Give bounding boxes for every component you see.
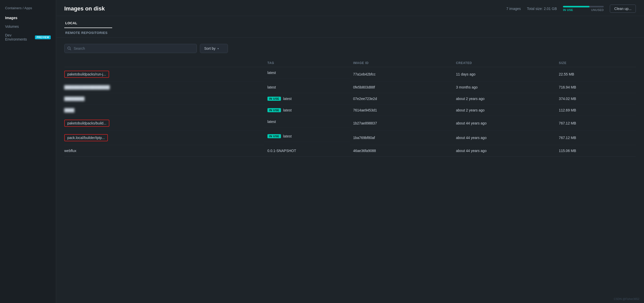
search-input[interactable] (64, 44, 197, 53)
table-header-row: TAGIMAGE IDCREATEDSIZE (64, 59, 636, 67)
tab-remote[interactable]: REMOTE REPOSITORIES (64, 28, 112, 38)
images-count: 7 images (506, 7, 521, 11)
usage-bar-labels: IN USE UNUSED (563, 8, 604, 11)
tag-value: latest (267, 71, 276, 75)
cell-tag: latest (264, 82, 350, 93)
cell-created: 11 days ago (453, 67, 556, 82)
image-name: webflux (64, 149, 76, 153)
col-header-0 (64, 59, 264, 67)
cell-created: about 44 years ago (453, 131, 556, 145)
table-row[interactable]: ██████████████████latest0fe5b803d88f3 mo… (64, 82, 636, 93)
table-row[interactable]: webflux0.0.1-SNAPSHOT46ae36fa9088about 4… (64, 145, 636, 157)
cell-image-id: 0fe5b803d88f (350, 82, 453, 93)
cell-tag: 0.0.1-SNAPSHOT (264, 145, 350, 157)
sidebar-item-images[interactable]: Images (0, 14, 56, 22)
table-row[interactable]: pack.local/builder/tptp...IN USElatest1b… (64, 131, 636, 145)
sidebar-item-label: Images (5, 16, 17, 20)
col-header-4: SIZE (556, 59, 636, 67)
tab-local[interactable]: LOCAL (64, 18, 112, 28)
label-in-use: IN USE (563, 8, 573, 11)
chevron-down-icon: ▾ (217, 47, 219, 50)
col-header-3: CREATED (453, 59, 556, 67)
cell-name: ██████████████████ (64, 82, 264, 93)
cell-image-id: 1b27ae898837 (350, 116, 453, 131)
cell-size: 716.94 MB (556, 82, 636, 93)
cell-tag: IN USElatest (264, 131, 350, 142)
sidebar: Containers / Apps ImagesVolumesDev Envir… (0, 0, 56, 303)
cell-size: 374.02 MB (556, 93, 636, 105)
cell-name: pack.local/builder/tptp... (64, 131, 264, 145)
tabs-bar: LOCALREMOTE REPOSITORIES (56, 18, 644, 38)
image-name: paketobuildpacks/run-j... (67, 72, 106, 76)
cell-image-id: 77a1eb42bfcc (350, 67, 453, 82)
image-name: paketobuildpacks/build... (67, 121, 106, 125)
cell-name: ████████ (64, 93, 264, 105)
in-use-badge: IN USE (267, 108, 281, 112)
cleanup-button[interactable]: Clean up... (610, 5, 636, 13)
page-title: Images on disk (64, 5, 500, 12)
table-row[interactable]: ████IN USElatest7614ae9453d1about 2 year… (64, 105, 636, 116)
col-header-1: TAG (264, 59, 350, 67)
image-name: ██████████████████ (64, 85, 110, 89)
label-unused: UNUSED (591, 8, 604, 11)
cell-name: webflux (64, 145, 264, 157)
cell-created: about 44 years ago (453, 116, 556, 131)
cell-tag: latest (264, 67, 350, 79)
search-sort-bar: Sort by ▾ (64, 44, 636, 53)
cell-created: about 44 years ago (453, 145, 556, 157)
cell-image-id: 46ae36fa9088 (350, 145, 453, 157)
usage-bar-fill (563, 6, 589, 7)
image-name: pack.local/builder/tptp... (67, 136, 105, 140)
header-meta: 7 images Total size: 2.01 GB IN USE UNUS… (506, 5, 636, 13)
tag-value: 0.0.1-SNAPSHOT (267, 149, 296, 153)
app-title: Containers / Apps (0, 5, 56, 14)
cell-image-id: 07e2ee723e2d (350, 93, 453, 105)
tag-value: latest (267, 85, 276, 89)
tag-value: latest (283, 97, 291, 101)
cell-size: 767.12 MB (556, 116, 636, 131)
cell-size: 115.06 MB (556, 145, 636, 157)
name-border-highlight: paketobuildpacks/build... (64, 120, 109, 127)
cell-created: about 2 years ago (453, 93, 556, 105)
tag-value: latest (283, 108, 291, 112)
cell-name: paketobuildpacks/build... (64, 116, 264, 131)
tag-value: latest (283, 134, 291, 138)
images-table: TAGIMAGE IDCREATEDSIZE paketobuildpacks/… (64, 59, 636, 157)
page-header: Images on disk 7 images Total size: 2.01… (56, 0, 644, 16)
sidebar-item-dev-environments[interactable]: Dev EnvironmentsPREVIEW (0, 31, 56, 44)
cell-image-id: 7614ae9453d1 (350, 105, 453, 116)
search-icon (67, 46, 71, 50)
image-name: ████ (64, 108, 74, 112)
table-row[interactable]: paketobuildpacks/run-j...latest77a1eb42b… (64, 67, 636, 82)
image-name: ████████ (64, 97, 84, 101)
cell-created: about 2 years ago (453, 105, 556, 116)
sidebar-item-label: Volumes (5, 24, 19, 29)
table-body: paketobuildpacks/run-j...latest77a1eb42b… (64, 67, 636, 157)
usage-bar: IN USE UNUSED (563, 6, 604, 11)
tag-value: latest (267, 120, 276, 124)
cell-tag: IN USElatest (264, 93, 350, 105)
sort-label: Sort by (204, 46, 215, 50)
search-wrap (64, 44, 197, 53)
cell-image-id: 1ba769bf80af (350, 131, 453, 145)
sidebar-item-volumes[interactable]: Volumes (0, 22, 56, 31)
sidebar-item-label: Dev Environments (5, 33, 33, 41)
table-row[interactable]: ████████IN USElatest07e2ee723e2dabout 2 … (64, 93, 636, 105)
cell-size: 22.55 MB (556, 67, 636, 82)
sort-button[interactable]: Sort by ▾ (200, 44, 228, 53)
name-border-highlight: paketobuildpacks/run-j... (64, 71, 109, 78)
in-use-badge: IN USE (267, 134, 281, 138)
table-header: TAGIMAGE IDCREATEDSIZE (64, 59, 636, 67)
preview-badge: PREVIEW (35, 35, 51, 39)
name-border-highlight: pack.local/builder/tptp... (64, 134, 108, 141)
usage-bar-track (563, 6, 604, 7)
svg-line-1 (70, 49, 71, 50)
tabs-container: LOCALREMOTE REPOSITORIES (64, 18, 112, 37)
col-header-2: IMAGE ID (350, 59, 453, 67)
in-use-badge: IN USE (267, 97, 281, 101)
total-size: Total size: 2.01 GB (527, 7, 557, 11)
cell-created: 3 months ago (453, 82, 556, 93)
cell-name: ████ (64, 105, 264, 116)
cell-tag: IN USElatest (264, 105, 350, 116)
table-row[interactable]: paketobuildpacks/build...latest1b27ae898… (64, 116, 636, 131)
